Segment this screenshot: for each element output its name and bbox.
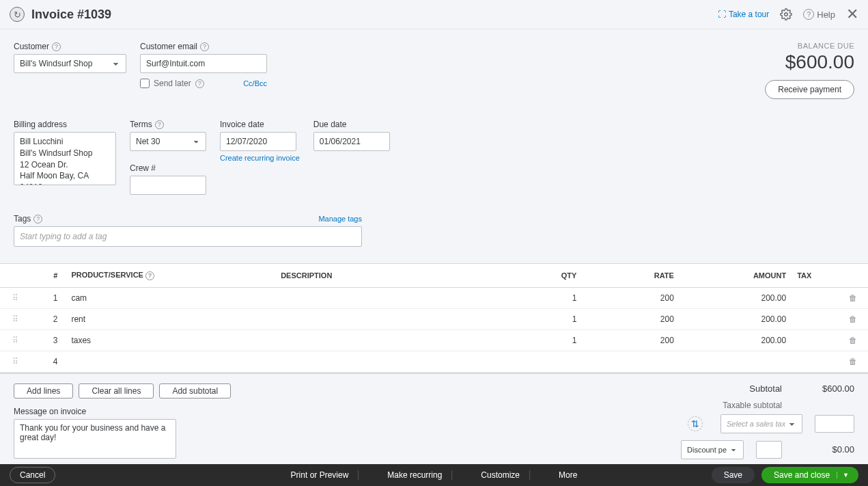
make-recurring-button[interactable]: Make recurring bbox=[378, 470, 451, 480]
sales-tax-amount-input[interactable] bbox=[815, 415, 854, 433]
cell-rate[interactable]: 200 bbox=[582, 329, 679, 351]
table-row[interactable]: ⠿4🗑 bbox=[0, 351, 868, 372]
customer-email-input[interactable] bbox=[140, 54, 267, 73]
trash-icon[interactable]: 🗑 bbox=[849, 314, 857, 324]
sales-tax-rate-select[interactable]: Select a sales tax rate bbox=[720, 414, 802, 433]
message-on-invoice-label: Message on invoice bbox=[14, 407, 231, 416]
cell-qty[interactable]: 1 bbox=[485, 329, 582, 351]
help-icon[interactable]: ? bbox=[155, 120, 164, 129]
invoice-date-label: Invoice date bbox=[220, 120, 300, 129]
col-header-num: # bbox=[30, 264, 66, 287]
manage-tags-link[interactable]: Manage tags bbox=[318, 215, 362, 223]
tags-input[interactable] bbox=[14, 226, 362, 247]
crew-input[interactable] bbox=[130, 176, 206, 195]
help-label: Help bbox=[817, 10, 835, 20]
tags-label: Tags? bbox=[14, 214, 42, 224]
create-recurring-link[interactable]: Create recurring invoice bbox=[220, 154, 300, 162]
add-subtotal-button[interactable]: Add subtotal bbox=[159, 383, 231, 399]
header-bar: ↻ Invoice #1039 ⛶ Take a tour ? Help ✕ bbox=[0, 0, 868, 29]
save-and-close-button[interactable]: Save and close ▼ bbox=[761, 467, 858, 483]
help-icon[interactable]: ? bbox=[52, 42, 61, 51]
page-title: Invoice #1039 bbox=[31, 8, 111, 22]
print-preview-button[interactable]: Print or Preview bbox=[281, 470, 359, 480]
discount-value-input[interactable] bbox=[756, 441, 782, 459]
invoice-date-input[interactable] bbox=[220, 132, 296, 151]
message-on-invoice-input[interactable] bbox=[14, 419, 176, 459]
help-icon[interactable]: ? bbox=[200, 42, 209, 51]
discount-type-select[interactable]: Discount percent bbox=[681, 440, 744, 459]
cell-tax[interactable] bbox=[792, 287, 838, 308]
swap-icon[interactable]: ⇅ bbox=[688, 416, 703, 431]
customize-button[interactable]: Customize bbox=[471, 470, 529, 480]
table-row[interactable]: ⠿2rent1200200.00🗑 bbox=[0, 308, 868, 329]
cell-qty[interactable]: 1 bbox=[485, 308, 582, 329]
table-row[interactable]: ⠿3taxes1200200.00🗑 bbox=[0, 329, 868, 351]
drag-handle-icon[interactable]: ⠿ bbox=[12, 336, 17, 345]
help-icon[interactable]: ? bbox=[145, 271, 154, 280]
gear-icon[interactable] bbox=[780, 8, 792, 21]
drag-handle-icon[interactable]: ⠿ bbox=[12, 314, 17, 324]
balance-due-amount: $600.00 bbox=[765, 51, 854, 73]
receive-payment-button[interactable]: Receive payment bbox=[765, 80, 854, 99]
chevron-down-icon[interactable]: ▼ bbox=[837, 472, 849, 478]
cell-num: 4 bbox=[30, 351, 66, 372]
trash-icon[interactable]: 🗑 bbox=[849, 336, 857, 345]
cell-rate[interactable] bbox=[582, 351, 679, 372]
svg-point-0 bbox=[785, 13, 788, 16]
cell-num: 3 bbox=[30, 329, 66, 351]
cell-product[interactable]: cam bbox=[66, 287, 275, 308]
col-header-qty: QTY bbox=[485, 264, 582, 287]
taxable-subtotal-label: Taxable subtotal bbox=[547, 401, 782, 410]
subtotal-label: Subtotal bbox=[547, 383, 782, 394]
cancel-button[interactable]: Cancel bbox=[10, 467, 55, 483]
take-tour-link[interactable]: ⛶ Take a tour bbox=[718, 10, 769, 19]
cell-num: 2 bbox=[30, 308, 66, 329]
save-and-close-label: Save and close bbox=[774, 470, 830, 480]
cell-tax[interactable] bbox=[792, 329, 838, 351]
cell-num: 1 bbox=[30, 287, 66, 308]
clear-all-lines-button[interactable]: Clear all lines bbox=[79, 383, 154, 399]
more-button[interactable]: More bbox=[549, 470, 587, 480]
cell-rate[interactable]: 200 bbox=[582, 308, 679, 329]
trash-icon[interactable]: 🗑 bbox=[849, 357, 857, 366]
customer-select[interactable]: Bill's Windsurf Shop bbox=[14, 54, 126, 73]
cell-qty[interactable]: 1 bbox=[485, 287, 582, 308]
cell-description[interactable] bbox=[275, 351, 485, 372]
cell-amount[interactable]: 200.00 bbox=[680, 308, 792, 329]
col-header-product: PRODUCT/SERVICE ? bbox=[66, 264, 275, 287]
ccbcc-link[interactable]: Cc/Bcc bbox=[243, 79, 267, 87]
cell-rate[interactable]: 200 bbox=[582, 287, 679, 308]
cell-amount[interactable]: 200.00 bbox=[680, 329, 792, 351]
help-button[interactable]: ? Help bbox=[803, 8, 835, 21]
cell-amount[interactable]: 200.00 bbox=[680, 287, 792, 308]
cell-description[interactable] bbox=[275, 329, 485, 351]
cell-tax[interactable] bbox=[792, 351, 838, 372]
due-date-input[interactable] bbox=[313, 132, 390, 151]
cell-product[interactable]: rent bbox=[66, 308, 275, 329]
footer-bar: Cancel Print or Preview Make recurring C… bbox=[0, 464, 868, 486]
cell-description[interactable] bbox=[275, 308, 485, 329]
drag-handle-icon[interactable]: ⠿ bbox=[12, 357, 17, 366]
recent-icon[interactable]: ↻ bbox=[10, 7, 25, 22]
billing-address-label: Billing address bbox=[14, 120, 116, 129]
due-date-label: Due date bbox=[313, 120, 390, 129]
close-icon[interactable]: ✕ bbox=[846, 7, 858, 22]
trash-icon[interactable]: 🗑 bbox=[849, 293, 857, 303]
cell-qty[interactable] bbox=[485, 351, 582, 372]
help-icon[interactable]: ? bbox=[195, 79, 204, 88]
send-later-checkbox[interactable] bbox=[140, 79, 150, 88]
save-button[interactable]: Save bbox=[712, 467, 755, 483]
drag-handle-icon[interactable]: ⠿ bbox=[12, 293, 17, 303]
cell-product[interactable]: taxes bbox=[66, 329, 275, 351]
col-header-amount: AMOUNT bbox=[680, 264, 792, 287]
add-lines-button[interactable]: Add lines bbox=[14, 383, 73, 399]
help-icon[interactable]: ? bbox=[33, 215, 42, 224]
col-header-rate: RATE bbox=[582, 264, 679, 287]
cell-description[interactable] bbox=[275, 287, 485, 308]
cell-amount[interactable] bbox=[680, 351, 792, 372]
billing-address-input[interactable] bbox=[14, 132, 116, 185]
terms-select[interactable]: Net 30 bbox=[130, 132, 206, 151]
table-row[interactable]: ⠿1cam1200200.00🗑 bbox=[0, 287, 868, 308]
cell-tax[interactable] bbox=[792, 308, 838, 329]
cell-product[interactable] bbox=[66, 351, 275, 372]
